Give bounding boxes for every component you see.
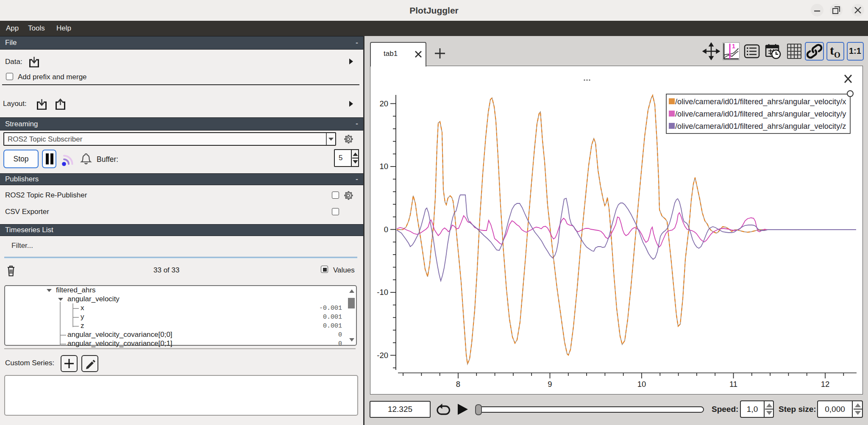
svg-text:12: 12: [821, 380, 830, 389]
svg-text:-20: -20: [377, 351, 388, 360]
svg-text:0: 0: [384, 225, 388, 234]
svg-text:/olive/camera/id01/filtered_ah: /olive/camera/id01/filtered_ahrs/angular…: [675, 97, 846, 106]
svg-text:11: 11: [729, 380, 737, 389]
svg-text:-10: -10: [377, 288, 388, 297]
svg-text:10: 10: [379, 162, 388, 171]
svg-text:1: 1: [732, 43, 735, 50]
svg-text:/olive/camera/id01/filtered_ah: /olive/camera/id01/filtered_ahrs/angular…: [675, 110, 846, 119]
svg-text:8: 8: [456, 380, 460, 389]
svg-text:20: 20: [379, 99, 388, 108]
svg-text:9: 9: [548, 380, 552, 389]
svg-text:10: 10: [637, 380, 646, 389]
svg-text:/olive/camera/id01/filtered_ah: /olive/camera/id01/filtered_ahrs/angular…: [675, 122, 846, 131]
